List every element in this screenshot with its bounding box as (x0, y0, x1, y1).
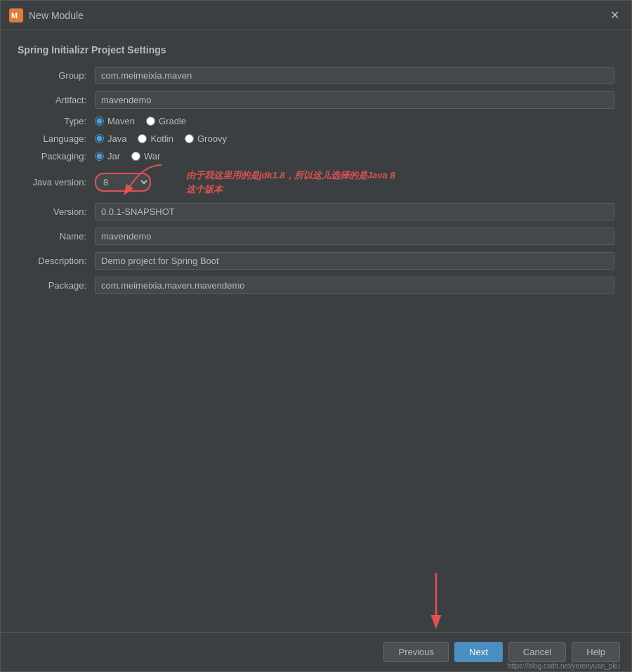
artifact-label: Artifact: (18, 95, 95, 105)
version-input[interactable] (95, 203, 614, 220)
language-kotlin-option[interactable]: Kotlin (138, 133, 173, 144)
packaging-war-option[interactable]: War (131, 151, 160, 162)
footer-url: https://blog.csdn.net/yerenyuan_pku (507, 662, 620, 670)
language-label: Language: (18, 133, 95, 144)
packaging-label: Packaging: (18, 151, 95, 162)
dialog-title: New Module (29, 10, 606, 21)
packaging-control: Jar War (95, 151, 614, 162)
language-row: Language: Java Kotlin Groovy (18, 133, 614, 144)
cancel-button[interactable]: Cancel (508, 642, 566, 662)
dialog-content: Spring Initializr Project Settings Group… (1, 30, 631, 632)
language-kotlin-label: Kotlin (150, 133, 173, 144)
language-groovy-label: Groovy (197, 133, 227, 144)
type-maven-option[interactable]: Maven (95, 116, 135, 126)
annotation-container: 由于我这里用的是jdk1.8，所以这儿选择的是Java 8 这个版本 (186, 169, 395, 196)
packaging-jar-option[interactable]: Jar (95, 151, 120, 162)
module-icon: M (9, 8, 23, 22)
name-control (95, 228, 614, 245)
language-java-label: Java (107, 133, 126, 144)
name-input[interactable] (95, 228, 614, 245)
next-button[interactable]: Next (454, 642, 503, 662)
package-control (95, 277, 614, 294)
type-gradle-option[interactable]: Gradle (146, 116, 186, 126)
group-label: Group: (18, 70, 95, 81)
packaging-war-label: War (144, 151, 160, 162)
annotation-text: 由于我这里用的是jdk1.8，所以这儿选择的是Java 8 这个版本 (186, 169, 395, 196)
description-input[interactable] (95, 252, 614, 270)
svg-text:M: M (11, 11, 18, 20)
package-label: Package: (18, 280, 95, 291)
language-control: Java Kotlin Groovy (95, 133, 614, 144)
titlebar: M New Module ✕ (1, 1, 631, 30)
group-row: Group: (18, 67, 614, 84)
artifact-input[interactable] (95, 91, 614, 109)
type-gradle-label: Gradle (159, 116, 186, 126)
type-control: Maven Gradle (95, 116, 614, 126)
group-control (95, 67, 614, 84)
section-title: Spring Initializr Project Settings (18, 44, 614, 55)
package-input[interactable] (95, 277, 614, 294)
version-control (95, 203, 614, 220)
dialog-footer: Previous Next Cancel Help https://blog.c… (1, 632, 631, 671)
language-groovy-option[interactable]: Groovy (185, 133, 227, 144)
artifact-row: Artifact: (18, 91, 614, 109)
type-label: Type: (18, 116, 95, 126)
type-row: Type: Maven Gradle (18, 116, 614, 126)
packaging-row: Packaging: Jar War (18, 151, 614, 162)
package-row: Package: (18, 277, 614, 294)
description-row: Description: (18, 252, 614, 270)
description-control (95, 252, 614, 270)
java-version-control: 8 11 17 由于我 (95, 169, 614, 196)
dialog: M New Module ✕ Spring Initializr Project… (0, 0, 632, 672)
java-version-row: Java version: 8 11 17 (18, 169, 614, 196)
type-maven-label: Maven (107, 116, 135, 126)
artifact-control (95, 91, 614, 109)
previous-button[interactable]: Previous (383, 642, 449, 662)
version-row: Version: (18, 203, 614, 220)
description-label: Description: (18, 256, 95, 266)
annotation-arrow (123, 162, 165, 197)
packaging-jar-label: Jar (107, 151, 120, 162)
language-java-option[interactable]: Java (95, 133, 126, 144)
java-version-label: Java version: (18, 177, 95, 187)
next-arrow (422, 573, 450, 629)
version-label: Version: (18, 206, 95, 217)
name-label: Name: (18, 231, 95, 242)
close-button[interactable]: ✕ (606, 7, 623, 24)
name-row: Name: (18, 228, 614, 245)
group-input[interactable] (95, 67, 614, 84)
help-button[interactable]: Help (572, 642, 620, 662)
